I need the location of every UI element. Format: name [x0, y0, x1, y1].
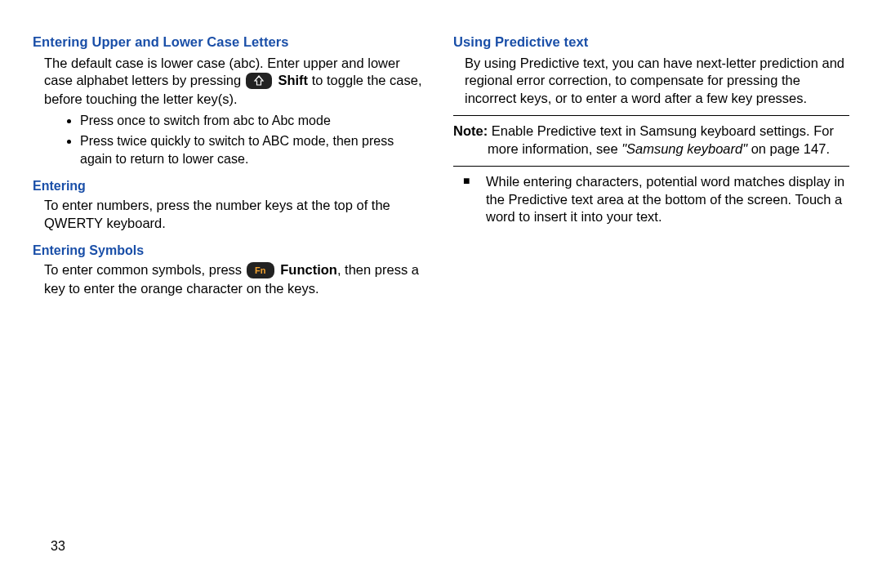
note-reference: "Samsung keyboard" — [621, 141, 747, 156]
heading-upper-lower: Entering Upper and Lower Case Letters — [33, 34, 429, 50]
shift-label: Shift — [278, 73, 308, 87]
fn-label: Function — [280, 262, 337, 277]
bullet-list-case: Press once to switch from abc to Abc mod… — [33, 112, 429, 168]
heading-predictive: Using Predictive text — [453, 34, 849, 50]
list-item: While entering characters, potential wor… — [481, 173, 849, 225]
para-predictive: By using Predictive text, you can have n… — [453, 55, 849, 107]
note-block: Note: Enable Predictive text in Samsung … — [453, 122, 849, 158]
para-upper-lower: The default case is lower case (abc). En… — [33, 55, 429, 109]
para-entering: To enter numbers, press the number keys … — [33, 197, 429, 232]
manual-page: Entering Upper and Lower Case Letters Th… — [0, 0, 882, 588]
shift-key-icon — [246, 73, 272, 89]
heading-symbols: Entering Symbols — [33, 243, 429, 258]
note-text: Note: Enable Predictive text in Samsung … — [453, 122, 849, 158]
text-fragment: To enter common symbols, press — [44, 262, 246, 277]
right-column: Using Predictive text By using Predictiv… — [453, 34, 849, 580]
text-fragment: on page 147. — [747, 141, 830, 156]
left-column: Entering Upper and Lower Case Letters Th… — [33, 34, 429, 580]
para-symbols: To enter common symbols, press Fn Functi… — [33, 261, 429, 297]
heading-entering: Entering — [33, 179, 429, 194]
list-item: Press twice quickly to switch to ABC mod… — [80, 132, 429, 167]
note-separator-bottom — [453, 166, 849, 167]
page-number: 33 — [51, 539, 65, 554]
list-item: Press once to switch from abc to Abc mod… — [80, 112, 429, 130]
square-bullet-list: While entering characters, potential wor… — [453, 173, 849, 225]
fn-key-icon: Fn — [247, 262, 274, 278]
note-label: Note: — [453, 123, 488, 138]
note-separator-top — [453, 115, 849, 116]
